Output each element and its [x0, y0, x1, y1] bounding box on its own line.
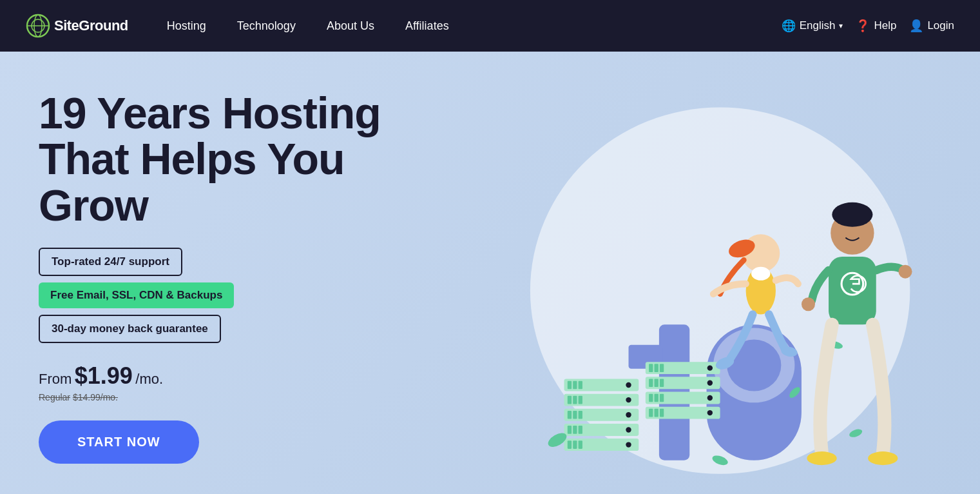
- svg-rect-33: [578, 440, 582, 449]
- nav-about[interactable]: About Us: [314, 14, 387, 38]
- svg-point-70: [802, 297, 815, 311]
- logo-icon: [26, 14, 50, 38]
- svg-point-24: [626, 412, 631, 417]
- svg-rect-42: [654, 379, 658, 387]
- svg-rect-18: [578, 396, 582, 404]
- svg-point-63: [751, 267, 770, 281]
- svg-rect-37: [654, 364, 658, 372]
- price-regular-amount: $14.99/mo.: [73, 392, 118, 402]
- badge-support: Top-rated 24/7 support: [39, 248, 182, 276]
- svg-point-34: [626, 442, 631, 447]
- chevron-down-icon: ▾: [839, 21, 843, 30]
- svg-rect-47: [654, 394, 658, 402]
- price-line: From $1.99 /mo.: [39, 362, 438, 390]
- feature-badges: Top-rated 24/7 support Free Email, SSL, …: [39, 248, 438, 343]
- svg-rect-23: [578, 411, 582, 419]
- main-nav: SiteGround Hosting Technology About Us A…: [0, 0, 980, 52]
- price-regular: Regular $14.99/mo.: [39, 392, 438, 402]
- svg-rect-41: [649, 379, 653, 387]
- svg-point-71: [898, 265, 912, 279]
- svg-rect-13: [578, 381, 582, 390]
- svg-rect-36: [649, 364, 653, 372]
- hero-content: 19 Years Hosting That Helps You Grow Top…: [39, 90, 438, 464]
- svg-rect-48: [660, 394, 664, 402]
- logo-text: SiteGround: [54, 17, 128, 34]
- price-from-label: From: [39, 371, 72, 387]
- translate-icon: 🌐: [782, 19, 796, 33]
- hero-illustration: [392, 52, 980, 494]
- price-section: From $1.99 /mo. Regular $14.99/mo.: [39, 362, 438, 402]
- svg-rect-51: [649, 409, 653, 417]
- svg-point-29: [626, 427, 631, 432]
- nav-right: 🌐 English ▾ ❓ Help 👤 Login: [782, 19, 954, 33]
- svg-point-59: [848, 428, 863, 439]
- help-label: Help: [874, 19, 896, 32]
- svg-rect-46: [649, 394, 653, 402]
- svg-point-49: [707, 395, 712, 400]
- nav-affiliates[interactable]: Affiliates: [392, 14, 462, 38]
- svg-rect-28: [578, 426, 582, 434]
- svg-rect-38: [660, 364, 664, 372]
- badge-guarantee: 30-day money back guarantee: [39, 315, 221, 343]
- svg-rect-53: [660, 409, 664, 417]
- price-per: /mo.: [135, 371, 163, 387]
- svg-point-39: [707, 365, 712, 370]
- svg-point-72: [807, 451, 836, 465]
- svg-rect-21: [567, 411, 571, 419]
- svg-rect-16: [567, 396, 571, 404]
- svg-point-68: [832, 203, 872, 227]
- hero-title: 19 Years Hosting That Helps You Grow: [39, 90, 438, 228]
- svg-point-44: [707, 380, 712, 386]
- help-icon: ❓: [856, 19, 870, 33]
- svg-rect-12: [573, 381, 577, 390]
- svg-rect-52: [654, 409, 658, 417]
- svg-point-14: [626, 382, 631, 388]
- svg-rect-27: [573, 426, 577, 434]
- login-icon: 👤: [909, 19, 923, 33]
- help-link[interactable]: ❓ Help: [856, 19, 896, 33]
- language-label: English: [800, 19, 836, 32]
- login-label: Login: [927, 19, 954, 32]
- badge-free-features: Free Email, SSL, CDN & Backups: [39, 282, 234, 308]
- nav-links: Hosting Technology About Us Affiliates: [154, 14, 782, 38]
- language-selector[interactable]: 🌐 English ▾: [782, 19, 843, 33]
- svg-point-19: [626, 397, 631, 402]
- svg-rect-31: [567, 440, 571, 449]
- svg-rect-11: [567, 381, 571, 390]
- nav-hosting[interactable]: Hosting: [154, 14, 219, 38]
- svg-rect-43: [660, 379, 664, 387]
- svg-rect-26: [567, 426, 571, 434]
- svg-rect-32: [573, 440, 577, 449]
- logo-link[interactable]: SiteGround: [26, 14, 128, 38]
- login-link[interactable]: 👤 Login: [909, 19, 954, 33]
- svg-point-54: [707, 410, 712, 415]
- nav-technology[interactable]: Technology: [224, 14, 309, 38]
- svg-rect-17: [573, 396, 577, 404]
- svg-point-73: [868, 451, 898, 465]
- hero-section: 19 Years Hosting That Helps You Grow Top…: [0, 52, 980, 494]
- hero-svg: [428, 52, 944, 494]
- svg-rect-22: [573, 411, 577, 419]
- price-amount: $1.99: [75, 362, 133, 389]
- start-now-button[interactable]: START NOW: [39, 420, 199, 464]
